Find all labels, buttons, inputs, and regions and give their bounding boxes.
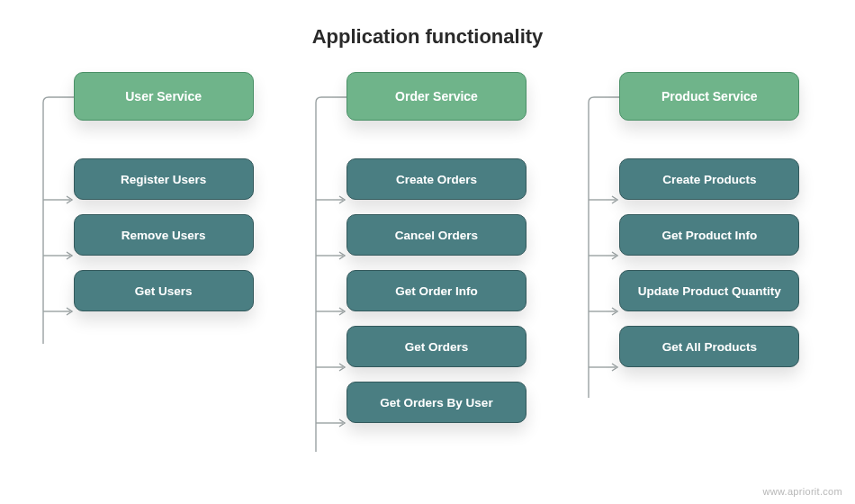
child-box: Update Product Quantity [619,270,799,311]
footer-credit: www.apriorit.com [762,486,842,497]
child-box: Cancel Orders [346,214,526,256]
page-title: Application functionality [0,0,855,56]
child-box: Get All Products [619,326,799,367]
child-box: Get Users [74,270,254,311]
service-label: Product Service [662,89,758,104]
child-label: Create Orders [396,173,477,186]
child-box: Create Products [619,158,799,200]
service-box-order: Order Service [346,72,526,121]
child-label: Get Users [135,284,193,298]
child-label: Cancel Orders [395,229,478,242]
column-product-service: Product Service Create Products Get Prod… [574,56,826,437]
diagram-columns: User Service Register Users Remove Users… [0,56,855,437]
column-user-service: User Service Register Users Remove Users… [29,56,281,437]
child-box: Create Orders [346,158,526,200]
service-box-product: Product Service [619,72,799,121]
service-box-user: User Service [74,72,254,121]
child-label: Get Order Info [395,284,478,298]
child-label: Get Orders By User [380,396,492,410]
child-label: Register Users [121,173,206,186]
child-label: Remove Users [122,229,206,242]
child-box: Get Orders By User [346,382,526,423]
child-label: Create Products [662,173,756,186]
child-box: Remove Users [74,214,254,256]
child-label: Get Orders [405,340,469,354]
child-label: Get Product Info [662,229,757,242]
child-label: Update Product Quantity [638,284,781,298]
service-label: User Service [125,89,202,104]
child-box: Get Order Info [346,270,526,311]
child-box: Get Orders [346,326,526,367]
child-label: Get All Products [662,340,757,354]
service-label: Order Service [395,89,478,104]
child-box: Register Users [74,158,254,200]
child-box: Get Product Info [619,214,799,256]
column-order-service: Order Service Create Orders Cancel Order… [302,56,554,437]
